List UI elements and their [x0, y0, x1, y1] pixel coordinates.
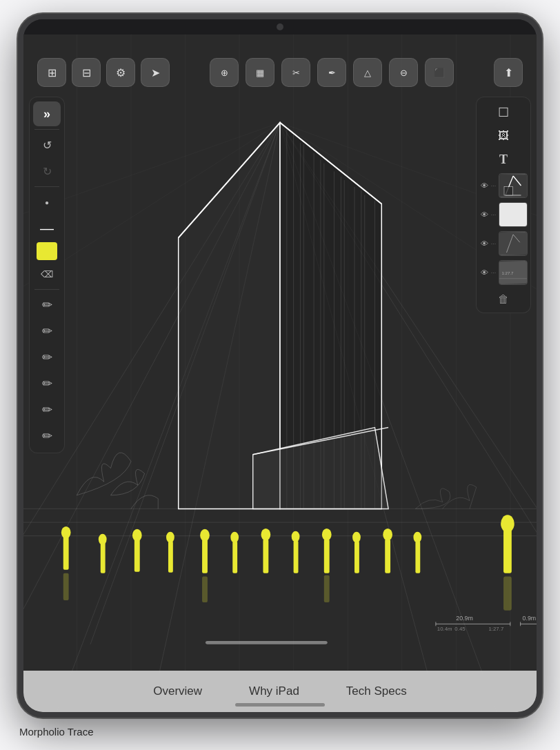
move-button[interactable]: ⊕ [210, 58, 239, 87]
left-sidebar: » ↺ ↻ ● — ⌫ ✏ ✏ ✏ ✏ ✏ ✏ [29, 97, 65, 453]
layer4-row: 👁 ··· 1:27.7 [477, 259, 530, 286]
redo-button[interactable]: ↻ [33, 159, 61, 184]
triangle-button[interactable]: △ [353, 58, 382, 87]
svg-rect-94 [499, 233, 527, 254]
svg-rect-76 [503, 577, 512, 611]
svg-rect-51 [134, 540, 140, 572]
svg-rect-57 [232, 542, 237, 573]
camera-dot [277, 23, 283, 30]
sidebar-divider-1 [34, 129, 59, 130]
eraser-tool-button[interactable]: ⌫ [33, 261, 61, 286]
svg-rect-67 [385, 540, 390, 573]
svg-rect-71 [503, 529, 512, 573]
layer1-row: 👁 ··· [477, 172, 530, 199]
toolbar-center: ⊕ ▦ ✂ ✒ △ ⊖ ⬛ [210, 58, 454, 87]
layer1-thumbnail[interactable] [499, 173, 528, 198]
svg-point-58 [230, 532, 239, 543]
svg-point-56 [200, 529, 210, 542]
dot-tool-button[interactable]: ● [33, 190, 61, 215]
svg-rect-88 [206, 641, 328, 644]
svg-text:0.45: 0.45 [454, 626, 466, 632]
layer2-thumbnail[interactable] [499, 202, 528, 227]
svg-point-64 [322, 529, 332, 541]
tool5-button[interactable]: ✏ [33, 397, 61, 422]
layer2-dots[interactable]: ··· [491, 211, 497, 218]
svg-rect-69 [415, 542, 420, 573]
layer3-thumbnail[interactable] [499, 231, 528, 256]
svg-rect-53 [168, 542, 173, 573]
expand-button[interactable]: » [33, 101, 61, 126]
tool6-button[interactable]: ✏ [33, 424, 61, 448]
settings-button[interactable]: ⚙ [106, 58, 135, 87]
svg-point-52 [132, 529, 142, 542]
line-tool-button[interactable]: — [33, 216, 61, 241]
hatch-button[interactable]: ▦ [246, 58, 274, 87]
layer2-eye-icon[interactable]: 👁 [479, 210, 490, 219]
share-button[interactable]: ⬆ [494, 58, 523, 87]
scissors-button[interactable]: ✂ [281, 58, 310, 87]
app-title: Morpholio Trace [0, 726, 94, 738]
image-button[interactable]: 🖼 [491, 125, 516, 147]
new-page-button[interactable]: ☐ [491, 101, 516, 124]
svg-point-54 [166, 532, 174, 543]
svg-rect-93 [504, 187, 512, 195]
layer4-thumbnail[interactable]: 1:27.7 [499, 260, 528, 285]
layer3-eye-icon[interactable]: 👁 [479, 239, 490, 248]
bookmark-button[interactable]: ⬛ [425, 58, 454, 87]
layer2-thumb-preview [499, 203, 527, 226]
svg-point-66 [352, 532, 361, 543]
layer4-dots[interactable]: ··· [491, 269, 497, 276]
svg-text:10.4m: 10.4m [437, 626, 452, 632]
toolbar-right: ⬆ [494, 58, 523, 87]
svg-rect-73 [63, 573, 69, 600]
top-toolbar: ⊞ ⊟ ⚙ ➤ ⊕ ▦ ✂ ✒ △ ⊖ ⬛ ⬆ [37, 55, 523, 90]
tool3-button[interactable]: ✏ [33, 345, 61, 370]
svg-rect-59 [263, 540, 268, 573]
layer2-row: 👁 ··· [477, 201, 530, 228]
svg-rect-65 [354, 542, 359, 573]
svg-point-47 [61, 526, 71, 539]
svg-rect-49 [101, 543, 106, 573]
svg-point-50 [99, 534, 107, 545]
nav-why-ipad[interactable]: Why iPad [246, 679, 302, 704]
tool1-button[interactable]: ✏ [33, 293, 61, 317]
layer3-thumb-preview [499, 232, 527, 255]
toolbar-left: ⊞ ⊟ ⚙ ➤ [37, 58, 170, 87]
svg-rect-89 [499, 175, 527, 196]
layer4-eye-icon[interactable]: 👁 [479, 268, 490, 277]
right-panel: ☐ 🖼 T 👁 ··· [476, 97, 531, 313]
sidebar-divider-2 [34, 186, 59, 187]
svg-rect-61 [294, 541, 299, 573]
svg-rect-48 [65, 549, 68, 566]
svg-text:0.9m: 0.9m [523, 615, 537, 622]
svg-text:1:27.7: 1:27.7 [501, 270, 514, 275]
text-button[interactable]: T [491, 148, 516, 170]
home-indicator [235, 703, 325, 707]
svg-point-60 [261, 529, 271, 541]
grid-dots-button[interactable]: ⊞ [37, 58, 66, 87]
sidebar-divider-3 [34, 289, 59, 290]
nav-tech-specs[interactable]: Tech Specs [343, 679, 410, 704]
layer3-dots[interactable]: ··· [491, 240, 497, 247]
layer1-dots[interactable]: ··· [491, 182, 497, 189]
canvas-area: 20.9m 0.9m 10.4m 0.45 1:27.7 ⊞ ⊟ ⚙ ➤ ⊕ ▦… [23, 34, 537, 712]
grid-squares-button[interactable]: ⊟ [72, 58, 101, 87]
device-top-bar [23, 19, 537, 34]
tool2-button[interactable]: ✏ [33, 319, 61, 344]
minus-circle-button[interactable]: ⊖ [389, 58, 418, 87]
color-swatch[interactable] [37, 242, 57, 260]
layer4-thumb-preview: 1:27.7 [499, 261, 527, 284]
layer1-eye-icon[interactable]: 👁 [479, 181, 490, 190]
tool4-button[interactable]: ✏ [33, 371, 61, 396]
svg-point-62 [292, 531, 300, 542]
delete-layer-button[interactable]: 🗑 [495, 290, 512, 308]
navigate-button[interactable]: ➤ [141, 58, 170, 87]
pen-button[interactable]: ✒ [317, 58, 346, 87]
svg-text:1:27.7: 1:27.7 [488, 626, 503, 632]
layer1-thumb-preview [499, 174, 527, 197]
svg-rect-55 [202, 540, 208, 573]
svg-point-72 [501, 515, 514, 533]
nav-overview[interactable]: Overview [150, 679, 205, 704]
undo-button[interactable]: ↺ [33, 132, 61, 157]
svg-rect-63 [324, 540, 330, 573]
